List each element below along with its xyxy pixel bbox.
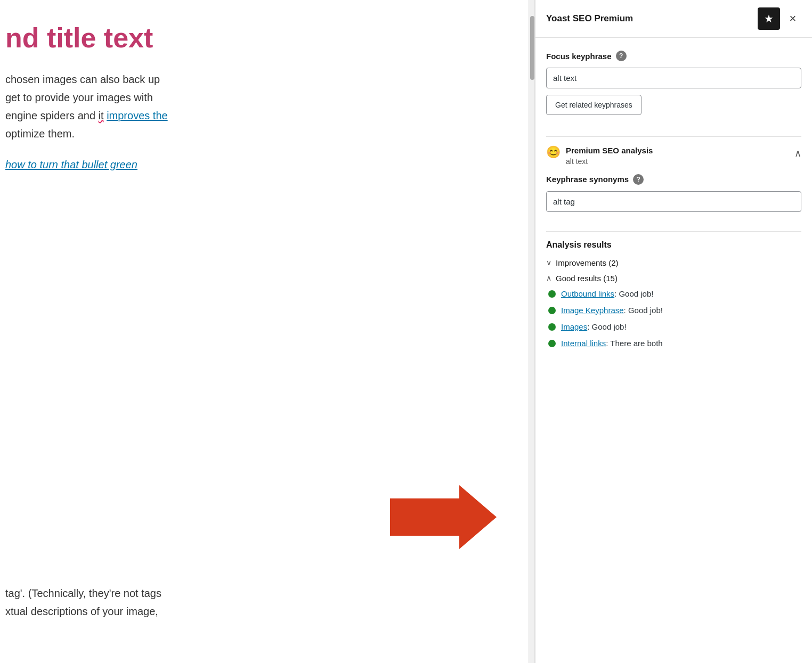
premium-seo-section: 😊 Premium SEO analysis alt text ∧ [546,136,801,166]
analysis-title: Premium SEO analysis [566,145,653,156]
keyphrase-synonyms-input[interactable] [546,191,801,212]
scrollbar[interactable] [529,0,535,663]
improvements-group: ∨ Improvements (2) [546,258,801,267]
internal-links-link[interactable]: Internal links [561,339,606,348]
green-dot-2 [548,307,556,314]
analysis-header: 😊 Premium SEO analysis alt text ∧ [546,145,801,166]
improvements-chevron-icon: ∨ [546,258,551,267]
good-results-label: Good results (15) [556,274,618,283]
images-link[interactable]: Images [561,322,587,331]
scrollbar-thumb[interactable] [530,16,534,80]
panel-body: Focus keyphrase ? Get related keyphrases… [535,38,812,663]
result-text-1: Outbound links: Good job! [561,288,653,299]
image-keyphrase-link[interactable]: Image Keyphrase [561,306,624,315]
panel-header: Yoast SEO Premium ★ × [535,0,812,38]
analysis-header-text: Premium SEO analysis alt text [566,145,653,166]
green-dot-4 [548,340,556,347]
focus-keyphrase-section: Focus keyphrase ? Get related keyphrases [546,51,801,128]
content-body: chosen images can also back up get to pr… [5,70,513,143]
result-image-keyphrase: Image Keyphrase: Good job! [546,305,801,316]
improvements-header[interactable]: ∨ Improvements (2) [546,258,801,267]
improvements-label: Improvements (2) [556,258,619,267]
green-dot-3 [548,323,556,331]
good-results-header[interactable]: ∧ Good results (15) [546,274,801,283]
focus-keyphrase-input[interactable] [546,68,801,88]
keyphrase-synonyms-label: Keyphrase synonyms ? [546,174,801,185]
panel-title: Yoast SEO Premium [546,13,633,24]
good-results-group: ∧ Good results (15) Outbound links: Good… [546,274,801,349]
result-text-3: Images: Good job! [561,321,627,332]
focus-keyphrase-label: Focus keyphrase ? [546,51,801,61]
yoast-panel: Yoast SEO Premium ★ × Focus keyphrase ? … [535,0,812,663]
close-icon: × [790,12,797,26]
content-body-bottom: tag'. (Technically, they're not tags xtu… [5,584,513,620]
result-internal-links: Internal links: There are both [546,338,801,349]
analysis-header-left: 😊 Premium SEO analysis alt text [546,145,653,166]
synonyms-help-icon[interactable]: ? [633,174,644,185]
analysis-results-section: Analysis results ∨ Improvements (2) ∧ Go… [546,231,801,349]
collapse-icon[interactable]: ∧ [794,148,801,159]
star-button[interactable]: ★ [758,7,780,30]
result-images: Images: Good job! [546,321,801,332]
bullet-green-link[interactable]: how to turn that bullet green [5,159,513,171]
smiley-icon: 😊 [546,146,561,158]
good-results-chevron-icon: ∧ [546,274,551,282]
analysis-results-title: Analysis results [546,240,801,250]
related-keyphrases-button[interactable]: Get related keyphrases [546,95,642,115]
result-outbound-links: Outbound links: Good job! [546,288,801,299]
result-text-4: Internal links: There are both [561,338,663,349]
green-dot-1 [548,290,556,298]
keyphrase-synonyms-section: Keyphrase synonyms ? [546,174,801,218]
arrow-indicator [390,480,497,556]
content-area: nd title text chosen images can also bac… [0,0,529,663]
analysis-subtitle: alt text [566,157,653,166]
content-title: nd title text [5,21,513,54]
outbound-links-link[interactable]: Outbound links [561,289,614,298]
result-text-2: Image Keyphrase: Good job! [561,305,663,316]
focus-keyphrase-help-icon[interactable]: ? [616,51,627,61]
improves-link[interactable]: improves the [107,110,168,121]
italic-text: it [99,110,104,121]
close-button[interactable]: × [784,10,801,27]
panel-header-actions: ★ × [758,7,801,30]
star-icon: ★ [764,12,774,25]
svg-marker-0 [390,485,497,549]
